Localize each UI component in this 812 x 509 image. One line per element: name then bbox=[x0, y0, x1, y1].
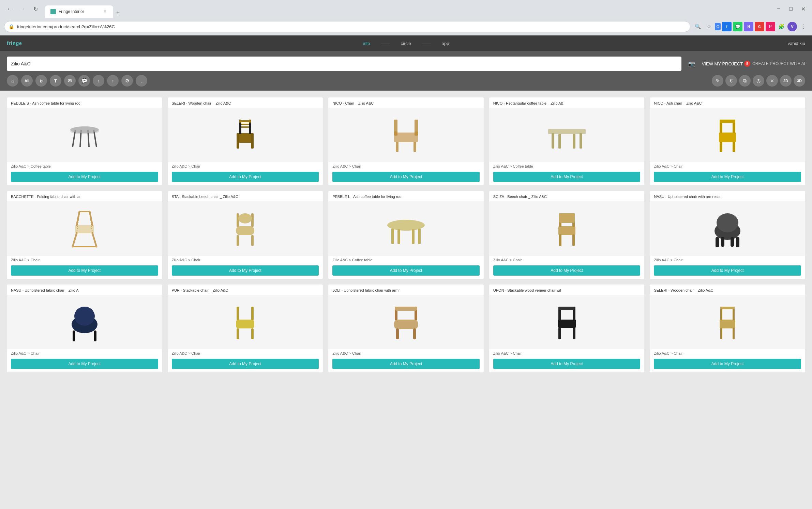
menu-btn[interactable]: ⋮ bbox=[798, 22, 808, 31]
add-to-project-btn[interactable]: Add to My Project bbox=[654, 265, 801, 276]
nav-link-app[interactable]: app bbox=[442, 41, 449, 46]
ext5-btn[interactable]: P bbox=[766, 22, 775, 31]
filter-3d-btn[interactable]: 3D bbox=[794, 75, 805, 87]
nav-link-circle[interactable]: circle bbox=[401, 41, 411, 46]
svg-rect-14 bbox=[251, 133, 254, 149]
filter-all-btn[interactable]: All bbox=[21, 75, 33, 87]
svg-rect-25 bbox=[552, 133, 554, 149]
add-to-project-btn[interactable]: Add to My Project bbox=[332, 265, 480, 276]
add-to-project-btn[interactable]: Add to My Project bbox=[654, 172, 801, 182]
add-to-project-btn[interactable]: Add to My Project bbox=[11, 265, 158, 276]
product-image[interactable] bbox=[7, 201, 162, 256]
product-image[interactable] bbox=[489, 295, 645, 349]
reload-btn[interactable]: ↻ bbox=[30, 3, 41, 14]
add-to-project-btn[interactable]: Add to My Project bbox=[332, 172, 480, 182]
svg-rect-69 bbox=[73, 330, 75, 341]
product-image[interactable] bbox=[489, 201, 645, 256]
svg-rect-27 bbox=[558, 134, 561, 149]
product-image[interactable] bbox=[650, 201, 805, 256]
url-input[interactable] bbox=[17, 24, 686, 29]
ext3-btn[interactable]: N bbox=[744, 22, 753, 31]
url-bar-container[interactable]: 🔒 bbox=[4, 21, 690, 32]
product-image[interactable] bbox=[168, 108, 323, 162]
product-category: Zilio A&C > Chair bbox=[650, 256, 805, 263]
view-project-btn[interactable]: VIEW MY PROJECT 5 bbox=[702, 61, 750, 67]
product-image[interactable] bbox=[168, 201, 323, 256]
add-to-project-btn[interactable]: Add to My Project bbox=[172, 265, 319, 276]
add-to-project-btn[interactable]: Add to My Project bbox=[11, 359, 158, 369]
product-image[interactable] bbox=[7, 295, 162, 349]
product-image[interactable] bbox=[328, 295, 484, 349]
product-image[interactable] bbox=[7, 108, 162, 162]
product-image[interactable] bbox=[328, 108, 484, 162]
extensions-btn[interactable]: 🧩 bbox=[777, 22, 786, 31]
filter-music-btn[interactable]: ♪ bbox=[93, 75, 104, 87]
filter-target-btn[interactable]: ◎ bbox=[753, 75, 764, 87]
product-card: NASU - Upholstered chair with armrests Z… bbox=[650, 191, 805, 279]
ext2-btn[interactable]: 💬 bbox=[733, 22, 742, 31]
tab-close-btn[interactable]: ✕ bbox=[102, 9, 108, 14]
camera-search-btn[interactable]: 📷 bbox=[686, 58, 698, 70]
maximize-btn[interactable]: □ bbox=[786, 4, 796, 14]
search-input-wrap[interactable] bbox=[7, 57, 681, 71]
filter-copy-btn[interactable]: ⧉ bbox=[739, 75, 751, 87]
svg-rect-64 bbox=[736, 237, 739, 247]
svg-point-68 bbox=[74, 307, 95, 326]
filter-settings-btn[interactable]: ⚙ bbox=[121, 75, 133, 87]
add-to-project-btn[interactable]: Add to My Project bbox=[172, 359, 319, 369]
svg-rect-16 bbox=[249, 123, 251, 134]
close-win-btn[interactable]: ✕ bbox=[798, 4, 808, 14]
nav-link-info[interactable]: info bbox=[363, 41, 370, 46]
svg-rect-82 bbox=[558, 320, 576, 328]
create-project-btn[interactable]: CREATE PROJECT WITH AI bbox=[752, 61, 805, 66]
filter-email-btn[interactable]: ✉ bbox=[64, 75, 76, 87]
product-image[interactable] bbox=[168, 295, 323, 349]
filter-bubble-btn[interactable]: 💬 bbox=[78, 75, 90, 87]
product-image[interactable] bbox=[328, 201, 484, 256]
add-to-project-btn[interactable]: Add to My Project bbox=[654, 359, 801, 369]
svg-line-36 bbox=[73, 233, 77, 247]
ext1-btn[interactable]: f bbox=[722, 22, 732, 31]
forward-btn[interactable]: → bbox=[17, 3, 28, 14]
filter-home-btn[interactable]: ⌂ bbox=[7, 75, 18, 87]
filter-edit-btn[interactable]: ✎ bbox=[712, 75, 723, 87]
add-to-project-btn[interactable]: Add to My Project bbox=[172, 172, 319, 182]
filter-more-btn[interactable]: … bbox=[136, 75, 147, 87]
filter-euro-btn[interactable]: € bbox=[725, 75, 737, 87]
svg-rect-88 bbox=[720, 320, 735, 328]
product-image[interactable] bbox=[650, 108, 805, 162]
svg-rect-51 bbox=[391, 229, 394, 244]
new-tab-btn[interactable]: + bbox=[113, 8, 123, 18]
svg-rect-86 bbox=[558, 328, 561, 339]
translate-btn[interactable]: G bbox=[715, 23, 721, 30]
profile-btn[interactable]: V bbox=[787, 22, 797, 31]
add-to-project-btn[interactable]: Add to My Project bbox=[493, 265, 641, 276]
add-to-project-btn[interactable]: Add to My Project bbox=[493, 359, 641, 369]
minimize-btn[interactable]: − bbox=[774, 4, 783, 14]
filter-close-btn[interactable]: ✕ bbox=[766, 75, 778, 87]
nav-links: info —— circle —— app bbox=[363, 41, 449, 46]
search-btn[interactable]: 🔍 bbox=[693, 22, 703, 31]
search-area: 📷 VIEW MY PROJECT 5 CREATE PROJECT WITH … bbox=[0, 51, 812, 91]
browser-toolbar: 🔒 🔍 ☆ G f 💬 N G P 🧩 V ⋮ bbox=[0, 18, 812, 35]
back-btn[interactable]: ← bbox=[4, 3, 15, 14]
filter-upload-btn[interactable]: ↑ bbox=[107, 75, 119, 87]
filter-2d-btn[interactable]: 2D bbox=[780, 75, 792, 87]
product-image[interactable] bbox=[650, 295, 805, 349]
ext4-btn[interactable]: G bbox=[755, 22, 764, 31]
svg-point-62 bbox=[717, 213, 738, 232]
add-to-project-btn[interactable]: Add to My Project bbox=[11, 172, 158, 182]
search-input[interactable] bbox=[11, 61, 677, 66]
add-to-project-btn[interactable]: Add to My Project bbox=[493, 172, 641, 182]
active-tab[interactable]: Fringe Interior ✕ bbox=[45, 5, 113, 18]
svg-rect-26 bbox=[580, 133, 582, 149]
svg-rect-65 bbox=[721, 237, 724, 247]
filter-row: ⌂ All b T ✉ 💬 ♪ ↑ ⚙ … ✎ € ⧉ ◎ ✕ bbox=[7, 75, 805, 87]
filter-b-btn[interactable]: b bbox=[35, 75, 47, 87]
add-to-project-btn[interactable]: Add to My Project bbox=[332, 359, 480, 369]
product-title: BACCHETTE - Folding fabric chair with ar bbox=[7, 191, 162, 201]
product-image[interactable] bbox=[489, 108, 645, 162]
bookmark-btn[interactable]: ☆ bbox=[704, 22, 713, 31]
filter-t-btn[interactable]: T bbox=[50, 75, 61, 87]
product-card: NICO - Ash chair _ Zilio A&C Zilio A&C >… bbox=[650, 97, 805, 185]
